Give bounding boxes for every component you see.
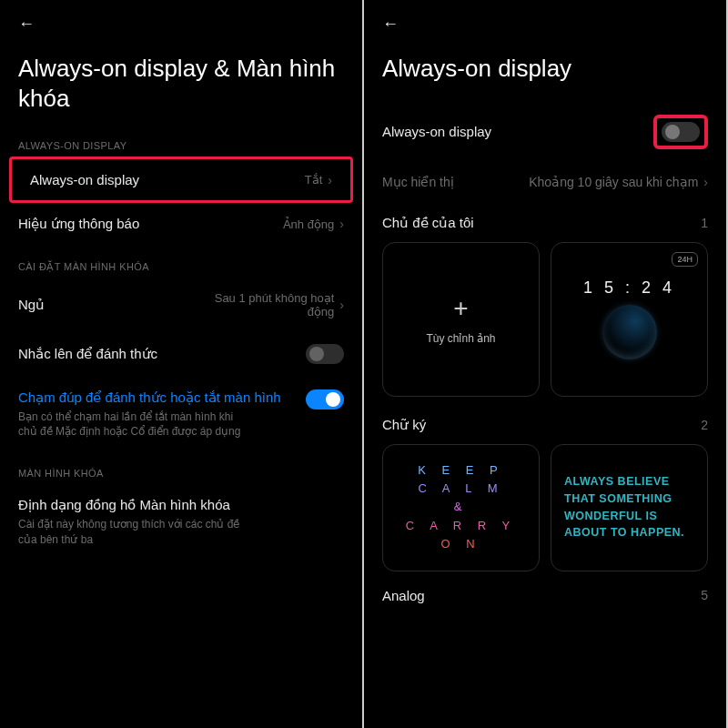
aod-toggle[interactable]: [662, 122, 700, 142]
my-themes-count: 1: [701, 216, 708, 230]
signatures-count: 2: [701, 418, 708, 432]
screen-left: ← Always-on display & Màn hình khóa ALWA…: [0, 0, 364, 728]
double-tap-toggle[interactable]: [306, 389, 344, 410]
plus-icon: +: [453, 294, 468, 323]
page-title-right: Always-on display: [364, 41, 726, 102]
analog-label: Analog: [382, 588, 425, 603]
custom-image-label: Tùy chỉnh ảnh: [426, 332, 495, 345]
double-tap-row-label: Chạm đúp để đánh thức hoặc tắt màn hình: [18, 389, 297, 406]
signatures-label: Chữ ký: [382, 417, 426, 433]
aod-row-label: Always-on display: [30, 172, 139, 187]
aod-toggle-row: Always-on display: [364, 102, 726, 162]
notification-effect-row[interactable]: Hiệu ứng thông báo Ảnh động ›: [0, 203, 362, 245]
custom-image-card[interactable]: + Tùy chỉnh ảnh: [382, 242, 540, 397]
header-left: ←: [0, 0, 362, 41]
clock-format-row[interactable]: Định dạng đồng hồ Màn hình khóa Cài đặt …: [0, 484, 362, 559]
screen-right: ← Always-on display Always-on display Mụ…: [364, 0, 728, 728]
aod-toggle-label: Always-on display: [382, 124, 491, 139]
clock-theme-card[interactable]: 24H 1 5 : 2 4: [551, 242, 708, 397]
my-themes-heading: Chủ đề của tôi 1: [364, 202, 726, 235]
back-icon[interactable]: ←: [382, 15, 399, 34]
analog-heading: Analog 5: [364, 579, 726, 607]
chevron-right-icon: ›: [339, 217, 344, 231]
chevron-right-icon: ›: [703, 175, 708, 189]
notif-row-value: Ảnh động: [283, 217, 335, 231]
clock-format-label: Định dạng đồng hồ Màn hình khóa: [18, 497, 344, 513]
chevron-right-icon: ›: [339, 298, 344, 312]
signature-card-keepcalm[interactable]: K E E P C A L M & C A R R Y O N: [382, 444, 540, 571]
double-tap-row[interactable]: Chạm đúp để đánh thức hoặc tắt màn hình …: [0, 377, 362, 451]
sleep-row-label: Ngủ: [18, 297, 45, 313]
themes-grid: + Tùy chỉnh ảnh 24H 1 5 : 2 4: [364, 235, 726, 404]
keepcalm-text: K E E P C A L M & C A R R Y O N: [406, 461, 516, 553]
clock-format-sub: Cài đặt này không tương thích với các ch…: [18, 513, 255, 546]
sleep-row-value: Sau 1 phút không hoạt động: [198, 291, 334, 318]
clock-text: 1 5 : 2 4: [583, 278, 675, 298]
display-items-value: Khoảng 10 giây sau khi chạm: [529, 175, 698, 189]
analog-count: 5: [701, 588, 708, 602]
section-lock-label: CÀI ĐẶT MÀN HÌNH KHÓA: [0, 252, 362, 278]
signatures-grid: K E E P C A L M & C A R R Y O N ALWAYS B…: [364, 437, 726, 579]
display-items-row[interactable]: Mục hiển thị Khoảng 10 giây sau khi chạm…: [364, 162, 726, 202]
my-themes-label: Chủ đề của tôi: [382, 215, 474, 231]
always-on-display-row[interactable]: Always-on display Tắt ›: [9, 157, 353, 203]
notif-row-label: Hiệu ứng thông báo: [18, 216, 139, 232]
display-items-label: Mục hiển thị: [382, 175, 454, 189]
section-lockscreen-label: MÀN HÌNH KHÓA: [0, 459, 362, 484]
aod-row-value: Tắt: [305, 173, 323, 187]
aod-toggle-highlight: [653, 115, 708, 149]
raise-to-wake-toggle[interactable]: [306, 344, 344, 364]
raise-row-label: Nhắc lên để đánh thức: [18, 346, 157, 362]
back-icon[interactable]: ←: [18, 15, 35, 34]
signature-card-always[interactable]: ALWAYS BELIEVE THAT SOMETHING WONDERFUL …: [551, 444, 708, 571]
badge-24h: 24H: [672, 252, 698, 267]
page-title-left: Always-on display & Màn hình khóa: [0, 41, 362, 131]
chevron-right-icon: ›: [328, 173, 332, 187]
always-believe-text: ALWAYS BELIEVE THAT SOMETHING WONDERFUL …: [561, 473, 698, 541]
raise-to-wake-row[interactable]: Nhắc lên để đánh thức: [0, 331, 362, 377]
section-aod-label: ALWAYS-ON DISPLAY: [0, 131, 362, 157]
signatures-heading: Chữ ký 2: [364, 404, 726, 437]
header-right: ←: [364, 0, 726, 41]
double-tap-row-sub: Bạn có thể chạm hai lần để tắt màn hình …: [18, 406, 255, 439]
sleep-row[interactable]: Ngủ Sau 1 phút không hoạt động ›: [0, 278, 362, 331]
planet-icon: [602, 305, 657, 359]
